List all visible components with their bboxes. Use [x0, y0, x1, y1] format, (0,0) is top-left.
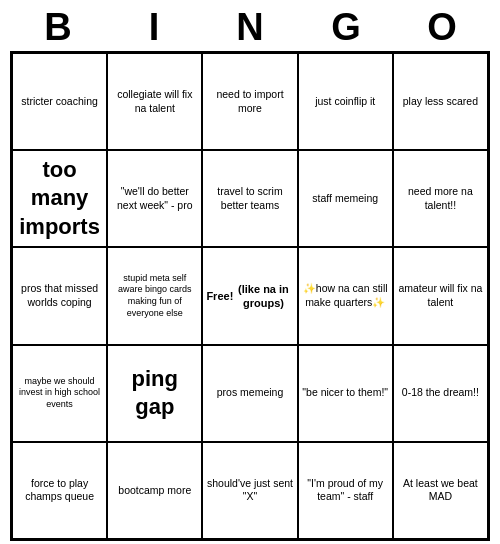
bingo-cell-r0c2[interactable]: need to import more [202, 53, 297, 150]
cell-text: need to import more [206, 88, 293, 115]
bingo-grid: stricter coachingcollegiate will fix na … [10, 51, 490, 541]
bingo-cell-r4c2[interactable]: should've just sent "X" [202, 442, 297, 539]
bingo-cell-r3c2[interactable]: pros memeing [202, 345, 297, 442]
bingo-cell-r2c0[interactable]: pros that missed worlds coping [12, 247, 107, 344]
cell-text: At least we beat MAD [397, 477, 484, 504]
cell-text: too many imports [16, 156, 103, 242]
letter-o: O [398, 6, 486, 49]
cell-text: staff memeing [312, 192, 378, 206]
bingo-cell-r0c4[interactable]: play less scared [393, 53, 488, 150]
bingo-cell-r4c0[interactable]: force to play champs queue [12, 442, 107, 539]
bingo-cell-r0c3[interactable]: just coinflip it [298, 53, 393, 150]
cell-text: stricter coaching [21, 95, 97, 109]
bingo-cell-r3c3[interactable]: "be nicer to them!" [298, 345, 393, 442]
letter-b: B [14, 6, 102, 49]
cell-text: bootcamp more [118, 484, 191, 498]
bingo-cell-r3c0[interactable]: maybe we should invest in high school ev… [12, 345, 107, 442]
bingo-cell-r0c0[interactable]: stricter coaching [12, 53, 107, 150]
bingo-cell-r2c4[interactable]: amateur will fix na talent [393, 247, 488, 344]
bingo-cell-r1c4[interactable]: need more na talent!! [393, 150, 488, 247]
bingo-cell-r1c1[interactable]: "we'll do better next week" - pro [107, 150, 202, 247]
bingo-cell-r2c1[interactable]: stupid meta self aware bingo cards makin… [107, 247, 202, 344]
cell-text: 0-18 the dream!! [402, 386, 479, 400]
cell-text: collegiate will fix na talent [111, 88, 198, 115]
cell-text: (like na in groups) [233, 282, 293, 311]
cell-text: just coinflip it [315, 95, 375, 109]
bingo-header: B I N G O [10, 0, 490, 51]
bingo-cell-r2c2[interactable]: Free!(like na in groups) [202, 247, 297, 344]
bingo-cell-r4c1[interactable]: bootcamp more [107, 442, 202, 539]
cell-text: maybe we should invest in high school ev… [16, 376, 103, 411]
cell-text: should've just sent "X" [206, 477, 293, 504]
cell-text: amateur will fix na talent [397, 282, 484, 309]
cell-text: stupid meta self aware bingo cards makin… [111, 273, 198, 320]
bingo-cell-r1c2[interactable]: travel to scrim better teams [202, 150, 297, 247]
bingo-cell-r4c3[interactable]: "I'm proud of my team" - staff [298, 442, 393, 539]
cell-text: ping gap [111, 365, 198, 422]
cell-text: pros memeing [217, 386, 284, 400]
letter-n: N [206, 6, 294, 49]
cell-text: ✨how na can still make quarters✨ [302, 282, 389, 309]
cell-text: force to play champs queue [16, 477, 103, 504]
cell-text: "be nicer to them!" [302, 386, 388, 400]
letter-g: G [302, 6, 390, 49]
bingo-cell-r0c1[interactable]: collegiate will fix na talent [107, 53, 202, 150]
bingo-cell-r1c3[interactable]: staff memeing [298, 150, 393, 247]
bingo-cell-r2c3[interactable]: ✨how na can still make quarters✨ [298, 247, 393, 344]
letter-i: I [110, 6, 198, 49]
cell-text: "we'll do better next week" - pro [111, 185, 198, 212]
cell-text: pros that missed worlds coping [16, 282, 103, 309]
cell-text: need more na talent!! [397, 185, 484, 212]
bingo-cell-r3c4[interactable]: 0-18 the dream!! [393, 345, 488, 442]
cell-text: travel to scrim better teams [206, 185, 293, 212]
cell-text: Free! [206, 289, 233, 303]
bingo-cell-r1c0[interactable]: too many imports [12, 150, 107, 247]
cell-text: play less scared [403, 95, 478, 109]
cell-text: "I'm proud of my team" - staff [302, 477, 389, 504]
bingo-cell-r4c4[interactable]: At least we beat MAD [393, 442, 488, 539]
bingo-cell-r3c1[interactable]: ping gap [107, 345, 202, 442]
